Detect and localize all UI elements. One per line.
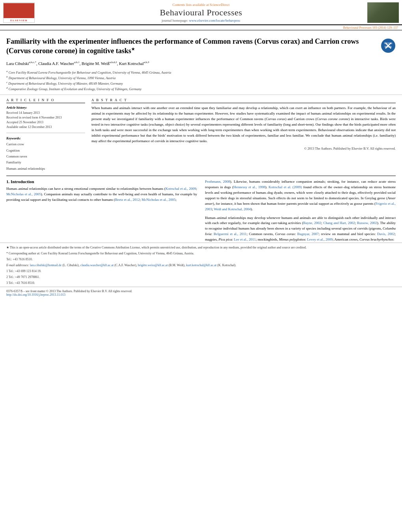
fn-email2[interactable]: claudia.wascher@klf.ac.at <box>80 263 114 267</box>
ref-hennessy1998[interactable]: Hennessy et al., 1998 <box>233 185 265 189</box>
article-info-header: A R T I C L E I N F O <box>6 98 85 103</box>
keywords-list: Carrion crow Cognition Common raven Fami… <box>6 141 85 171</box>
page-footer: 0376-6357/$ – see front matter © 2013 Th… <box>0 287 402 298</box>
keyword-1: Carrion crow <box>6 141 85 147</box>
fn2: 2 Tel.: +49 7071 2978861. <box>6 275 396 280</box>
fn-email3[interactable]: brigitte.weiss@klf.ac.at <box>138 263 168 267</box>
keyword-5: Human–animal relationships <box>6 166 85 172</box>
fn-corresponding: * Corresponding author at: Core Facility… <box>6 251 396 256</box>
fn-email4-author: (K. Kotrschal). <box>217 263 236 267</box>
fn-email2-author: (C.A.F. Wascher), <box>114 263 137 267</box>
footnotes: ★ This is an open-access article distrib… <box>0 243 402 285</box>
title-star: ★ <box>131 47 135 51</box>
article-title: Familiarity with the experimenter influe… <box>6 37 381 56</box>
footer-doi-link[interactable]: http://dx.doi.org/10.1016/j.beproc.2013.… <box>6 293 65 297</box>
copyright-line: © 2013 The Authors. Published by Elsevie… <box>91 146 396 150</box>
homepage-link[interactable]: www.elsevier.com/locate/behavproc <box>189 19 240 22</box>
fn-email1[interactable]: lara.cibulski@hotmail.de <box>30 263 62 267</box>
affil-a: a Core Facility Konrad Lorenz Forschungs… <box>6 70 396 74</box>
fn3: 3 Tel.: +43 7616 8510. <box>6 281 396 285</box>
ref-levey2009[interactable]: Levey et al., 2009 <box>307 237 333 241</box>
intro-title-text: 1. Introduction <box>6 179 34 184</box>
ref-lee2011[interactable]: Lee et al., 2011 <box>234 237 256 241</box>
ref-davis2002[interactable]: Davis, 2002 <box>377 232 395 236</box>
ref-bayne2002[interactable]: Bayne, 2002 <box>303 221 321 225</box>
title-text: Familiarity with the experimenter influe… <box>6 37 359 55</box>
ref-russow2002[interactable]: Russow, 2002 <box>357 221 377 225</box>
journal-center: Contents lists available at ScienceDirec… <box>35 3 367 22</box>
keyword-3: Common raven <box>6 154 85 159</box>
affil-b: b Department of Behavioural Biology, Uni… <box>6 75 396 80</box>
intro-body-left: Human–animal relationships can have a st… <box>6 186 197 203</box>
fn-emails: E-mail addresses: lara.cibulski@hotmail.… <box>6 263 396 268</box>
fn-tel-star: Tel.: +43 7616 8510. <box>6 257 396 262</box>
keyword-2: Cognition <box>6 148 85 154</box>
journal-header: ELSEVIER Contents lists available at Sci… <box>0 0 402 25</box>
revised: Received in revised form 4 November 2013 <box>6 115 85 120</box>
fn-star: ★ This is an open-access article distrib… <box>6 245 396 250</box>
intro-col-left: 1. Introduction Human–animal relationshi… <box>6 179 197 243</box>
email-label: E-mail addresses: <box>6 263 29 267</box>
journal-homepage: journal homepage: www.elsevier.com/locat… <box>35 19 367 22</box>
authors-line: Lara Cibulskia,b,c,*, Claudia A.F. Wasch… <box>6 61 396 66</box>
article-info-col: A R T I C L E I N F O Article history: R… <box>6 98 85 171</box>
ref-kotrschal2009[interactable]: Kotrschal et al., 2009 <box>166 187 196 191</box>
ref-beetz2012[interactable]: Beetz et al., 2012 <box>115 198 140 202</box>
crossmark-badge: Cross Mark <box>381 38 396 53</box>
contents-text: Contents lists available at <box>173 3 209 7</box>
keyword-4: Familiarity <box>6 159 85 165</box>
intro-body-right-p2: Human–animal relationships may develop w… <box>205 215 396 243</box>
affiliations: a Core Facility Konrad Lorenz Forschungs… <box>0 68 402 95</box>
affil-c: c Department of Behavioural Biology, Uni… <box>6 81 396 85</box>
sciencedirect-link[interactable]: ScienceDirect <box>210 3 229 7</box>
ref-kotrschal2009-2[interactable]: Kotrschal et al. (2009) <box>269 185 302 189</box>
ref-prothmann2008[interactable]: Prothmann, 2008 <box>205 180 230 184</box>
elsevier-name: ELSEVIER <box>10 19 27 22</box>
elsevier-logo: ELSEVIER <box>3 2 35 23</box>
volume-text: Behavioural Processes 103 (2014) 129–137 <box>343 26 398 30</box>
homepage-prefix: journal homepage: <box>162 19 188 22</box>
info-divider <box>6 133 85 133</box>
abstract-header: A B S T R A C T <box>91 98 396 103</box>
fn-email4[interactable]: kurt.kotrschal@klf.ac.at <box>186 263 216 267</box>
ref-mcnicholas2005[interactable]: McNicholas et al., 2005 <box>6 192 41 196</box>
authors-section: Lara Cibulskia,b,c,*, Claudia A.F. Wasch… <box>0 59 402 69</box>
fn1: 1 Tel.: +43 699 123 814 19. <box>6 269 396 274</box>
fn-star-text: ★ This is an open-access article distrib… <box>6 246 307 249</box>
received: Received 14 January 2013 <box>6 111 85 115</box>
ref-bugnyar2007[interactable]: Bugnyar, 2007 <box>297 232 318 236</box>
article-title-section: Familiarity with the experimenter influe… <box>0 30 402 59</box>
contents-line: Contents lists available at ScienceDirec… <box>35 3 367 7</box>
journal-corner-image <box>367 2 399 23</box>
available-online: Available online 12 December 2013 <box>6 125 85 130</box>
keywords-title: Keywords: <box>6 136 85 140</box>
intro-section-title: 1. Introduction <box>6 179 197 184</box>
affil-d: d Comparative Zoology Group, Institute o… <box>6 86 396 91</box>
journal-title: Behavioural Processes <box>35 7 367 18</box>
history-title: Article history: <box>6 106 85 109</box>
intro-col-right: Prothmann, 2008). Likewise, humans consi… <box>205 179 396 243</box>
article-info-abstract: A R T I C L E I N F O Article history: R… <box>0 95 402 171</box>
ref-weis2004[interactable]: Weiß and Kotrschal, 2004 <box>214 207 251 211</box>
intro-body-right-p1: Prothmann, 2008). Likewise, humans consi… <box>205 179 396 212</box>
accepted: Accepted 25 November 2013 <box>6 120 85 125</box>
fn-email3-author: (B.M. Weiß), <box>169 263 185 267</box>
elsevier-image <box>4 3 34 18</box>
ref-mcnicholas2005-2[interactable]: McNicholas et al., 2005 <box>141 198 175 202</box>
abstract-col: A B S T R A C T When humans and animals … <box>91 98 396 171</box>
fn-email1-author: (L. Cibulski), <box>62 263 79 267</box>
volume-line: Behavioural Processes 103 (2014) 129–137 <box>0 25 402 30</box>
footer-doi: http://dx.doi.org/10.1016/j.beproc.2013.… <box>6 293 396 297</box>
ref-belguermi2011[interactable]: Belguermi et al., 2011 <box>214 232 247 236</box>
abstract-text: When humans and animals interact with on… <box>91 106 396 144</box>
ref-chang2002[interactable]: Chang and Hart, 2002 <box>323 221 355 225</box>
fn-tel-star-text: Tel.: +43 7616 8510. <box>6 258 33 261</box>
footer-issn: 0376-6357/$ – see front matter © 2013 Th… <box>6 289 396 293</box>
introduction-section: 1. Introduction Human–animal relationshi… <box>0 176 402 243</box>
fn-corresponding-text: * Corresponding author at: Core Facility… <box>6 252 194 255</box>
